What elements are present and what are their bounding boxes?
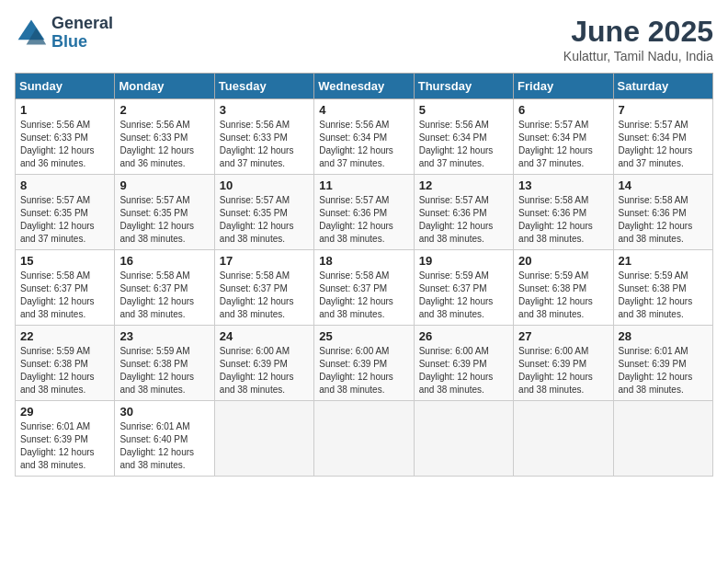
day-info: Sunrise: 6:01 AMSunset: 6:40 PMDaylight:…: [119, 420, 209, 472]
calendar-cell: [214, 401, 313, 477]
calendar-cell: [613, 401, 712, 477]
calendar-cell: 1Sunrise: 5:56 AMSunset: 6:33 PMDaylight…: [16, 99, 115, 175]
calendar-cell: 3Sunrise: 5:56 AMSunset: 6:33 PMDaylight…: [214, 99, 313, 175]
day-info: Sunrise: 5:59 AMSunset: 6:38 PMDaylight:…: [20, 345, 109, 396]
day-number: 18: [319, 254, 408, 268]
calendar-cell: 11Sunrise: 5:57 AMSunset: 6:36 PMDayligh…: [314, 175, 414, 250]
day-number: 24: [220, 329, 309, 343]
day-number: 19: [419, 254, 508, 268]
day-number: 7: [619, 103, 708, 117]
day-info: Sunrise: 5:58 AMSunset: 6:37 PMDaylight:…: [220, 270, 309, 321]
column-header-friday: Friday: [514, 74, 613, 99]
logo-general: General: [51, 14, 113, 32]
column-header-saturday: Saturday: [613, 74, 712, 99]
day-info: Sunrise: 6:01 AMSunset: 6:39 PMDaylight:…: [20, 420, 109, 472]
day-number: 5: [419, 103, 508, 117]
calendar-cell: 24Sunrise: 6:00 AMSunset: 6:39 PMDayligh…: [214, 326, 313, 401]
day-info: Sunrise: 5:56 AMSunset: 6:33 PMDaylight:…: [20, 119, 109, 170]
column-header-tuesday: Tuesday: [214, 74, 313, 99]
day-number: 13: [518, 178, 608, 192]
day-number: 10: [220, 178, 309, 192]
calendar-header-row: SundayMondayTuesdayWednesdayThursdayFrid…: [16, 74, 713, 99]
day-info: Sunrise: 5:58 AMSunset: 6:37 PMDaylight:…: [119, 270, 209, 321]
logo-blue: Blue: [51, 32, 87, 51]
day-info: Sunrise: 6:00 AMSunset: 6:39 PMDaylight:…: [419, 345, 508, 396]
calendar-cell: 7Sunrise: 5:57 AMSunset: 6:34 PMDaylight…: [613, 99, 712, 175]
logo: General Blue: [15, 15, 113, 52]
day-number: 27: [518, 329, 608, 343]
calendar-cell: 22Sunrise: 5:59 AMSunset: 6:38 PMDayligh…: [16, 326, 115, 401]
day-info: Sunrise: 5:59 AMSunset: 6:38 PMDaylight:…: [619, 270, 708, 321]
logo-icon: [15, 17, 48, 50]
day-number: 1: [20, 103, 109, 117]
calendar-cell: 26Sunrise: 6:00 AMSunset: 6:39 PMDayligh…: [414, 326, 513, 401]
month-title: June 2025: [563, 15, 713, 49]
day-number: 3: [220, 103, 309, 117]
day-number: 23: [119, 329, 209, 343]
calendar-cell: 19Sunrise: 5:59 AMSunset: 6:37 PMDayligh…: [414, 250, 513, 326]
calendar-cell: 6Sunrise: 5:57 AMSunset: 6:34 PMDaylight…: [514, 99, 613, 175]
calendar-cell: 10Sunrise: 5:57 AMSunset: 6:35 PMDayligh…: [214, 175, 313, 250]
day-info: Sunrise: 6:01 AMSunset: 6:39 PMDaylight:…: [619, 345, 708, 396]
day-number: 26: [419, 329, 508, 343]
location: Kulattur, Tamil Nadu, India: [563, 49, 713, 63]
calendar-cell: 4Sunrise: 5:56 AMSunset: 6:34 PMDaylight…: [314, 99, 414, 175]
column-header-monday: Monday: [115, 74, 214, 99]
header: General Blue June 2025 Kulattur, Tamil N…: [15, 15, 713, 63]
day-number: 4: [319, 103, 408, 117]
column-header-thursday: Thursday: [414, 74, 513, 99]
day-info: Sunrise: 5:57 AMSunset: 6:35 PMDaylight:…: [20, 194, 109, 246]
day-info: Sunrise: 5:56 AMSunset: 6:34 PMDaylight:…: [419, 119, 508, 170]
calendar-cell: 8Sunrise: 5:57 AMSunset: 6:35 PMDaylight…: [16, 175, 115, 250]
day-number: 21: [619, 254, 708, 268]
day-number: 14: [619, 178, 708, 192]
calendar-cell: 14Sunrise: 5:58 AMSunset: 6:36 PMDayligh…: [613, 175, 712, 250]
day-number: 22: [20, 329, 109, 343]
day-number: 11: [319, 178, 408, 192]
calendar-cell: 12Sunrise: 5:57 AMSunset: 6:36 PMDayligh…: [414, 175, 513, 250]
day-info: Sunrise: 5:57 AMSunset: 6:35 PMDaylight:…: [119, 194, 209, 246]
calendar-cell: 18Sunrise: 5:58 AMSunset: 6:37 PMDayligh…: [314, 250, 414, 326]
calendar-cell: 23Sunrise: 5:59 AMSunset: 6:38 PMDayligh…: [115, 326, 214, 401]
day-number: 15: [20, 254, 109, 268]
day-info: Sunrise: 5:59 AMSunset: 6:38 PMDaylight:…: [518, 270, 608, 321]
day-info: Sunrise: 5:56 AMSunset: 6:34 PMDaylight:…: [319, 119, 408, 170]
day-number: 8: [20, 178, 109, 192]
day-number: 25: [319, 329, 408, 343]
title-area: June 2025 Kulattur, Tamil Nadu, India: [563, 15, 713, 63]
day-info: Sunrise: 5:58 AMSunset: 6:37 PMDaylight:…: [20, 270, 109, 321]
calendar-cell: 20Sunrise: 5:59 AMSunset: 6:38 PMDayligh…: [514, 250, 613, 326]
calendar-cell: 15Sunrise: 5:58 AMSunset: 6:37 PMDayligh…: [16, 250, 115, 326]
calendar-cell: 21Sunrise: 5:59 AMSunset: 6:38 PMDayligh…: [613, 250, 712, 326]
calendar-cell: 5Sunrise: 5:56 AMSunset: 6:34 PMDaylight…: [414, 99, 513, 175]
calendar-week-row: 1Sunrise: 5:56 AMSunset: 6:33 PMDaylight…: [16, 99, 713, 175]
day-info: Sunrise: 6:00 AMSunset: 6:39 PMDaylight:…: [220, 345, 309, 396]
calendar-table: SundayMondayTuesdayWednesdayThursdayFrid…: [15, 73, 713, 477]
calendar-week-row: 22Sunrise: 5:59 AMSunset: 6:38 PMDayligh…: [16, 326, 713, 401]
calendar-cell: 29Sunrise: 6:01 AMSunset: 6:39 PMDayligh…: [16, 401, 115, 477]
calendar-cell: 16Sunrise: 5:58 AMSunset: 6:37 PMDayligh…: [115, 250, 214, 326]
day-info: Sunrise: 5:59 AMSunset: 6:38 PMDaylight:…: [119, 345, 209, 396]
calendar-cell: 13Sunrise: 5:58 AMSunset: 6:36 PMDayligh…: [514, 175, 613, 250]
day-info: Sunrise: 5:57 AMSunset: 6:34 PMDaylight:…: [518, 119, 608, 170]
day-info: Sunrise: 5:58 AMSunset: 6:36 PMDaylight:…: [518, 194, 608, 246]
day-info: Sunrise: 5:59 AMSunset: 6:37 PMDaylight:…: [419, 270, 508, 321]
column-header-wednesday: Wednesday: [314, 74, 414, 99]
day-info: Sunrise: 5:57 AMSunset: 6:35 PMDaylight:…: [220, 194, 309, 246]
calendar-cell: 28Sunrise: 6:01 AMSunset: 6:39 PMDayligh…: [613, 326, 712, 401]
day-number: 30: [119, 405, 209, 419]
calendar-cell: [514, 401, 613, 477]
day-info: Sunrise: 5:57 AMSunset: 6:36 PMDaylight:…: [419, 194, 508, 246]
column-header-sunday: Sunday: [16, 74, 115, 99]
day-number: 12: [419, 178, 508, 192]
day-number: 28: [619, 329, 708, 343]
calendar-cell: [314, 401, 414, 477]
day-number: 6: [518, 103, 608, 117]
day-info: Sunrise: 5:58 AMSunset: 6:36 PMDaylight:…: [619, 194, 708, 246]
day-info: Sunrise: 5:56 AMSunset: 6:33 PMDaylight:…: [220, 119, 309, 170]
day-info: Sunrise: 6:00 AMSunset: 6:39 PMDaylight:…: [319, 345, 408, 396]
calendar-cell: 25Sunrise: 6:00 AMSunset: 6:39 PMDayligh…: [314, 326, 414, 401]
day-number: 17: [220, 254, 309, 268]
day-number: 16: [119, 254, 209, 268]
day-info: Sunrise: 6:00 AMSunset: 6:39 PMDaylight:…: [518, 345, 608, 396]
